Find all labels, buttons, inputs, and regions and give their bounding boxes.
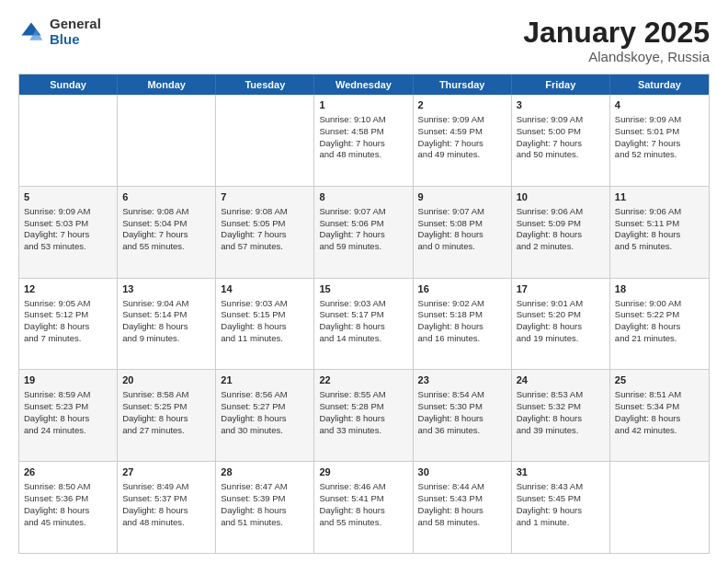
day-info-line: Sunset: 5:43 PM bbox=[418, 493, 506, 505]
day-number: 24 bbox=[517, 373, 605, 387]
day-info-line: Daylight: 8 hours bbox=[615, 321, 704, 333]
day-info-line: Sunrise: 9:05 AM bbox=[24, 298, 112, 310]
day-info-line: Daylight: 8 hours bbox=[418, 229, 506, 241]
day-number: 30 bbox=[418, 465, 506, 479]
day-info-line: Sunrise: 8:44 AM bbox=[418, 481, 506, 493]
calendar-day-cell: 31Sunrise: 8:43 AMSunset: 5:45 PMDayligh… bbox=[512, 462, 610, 553]
calendar-day-cell: 2Sunrise: 9:09 AMSunset: 4:59 PMDaylight… bbox=[414, 95, 512, 186]
day-info-line: Sunset: 5:03 PM bbox=[24, 218, 112, 230]
day-info-line: Sunrise: 8:49 AM bbox=[122, 481, 210, 493]
day-info-line: Daylight: 8 hours bbox=[319, 321, 407, 333]
day-number: 19 bbox=[24, 373, 112, 387]
calendar-day-cell: 9Sunrise: 9:07 AMSunset: 5:08 PMDaylight… bbox=[414, 187, 512, 278]
month-title: January 2025 bbox=[523, 17, 710, 49]
day-info-line: and 2 minutes. bbox=[517, 241, 605, 253]
day-number: 25 bbox=[615, 373, 704, 387]
day-number: 21 bbox=[221, 373, 309, 387]
day-info-line: Sunrise: 9:06 AM bbox=[517, 206, 605, 218]
calendar-row: 1Sunrise: 9:10 AMSunset: 4:58 PMDaylight… bbox=[19, 95, 709, 187]
location: Alandskoye, Russia bbox=[523, 49, 710, 64]
day-info-line: Sunset: 5:39 PM bbox=[221, 493, 309, 505]
day-info-line: and 27 minutes. bbox=[122, 425, 210, 437]
day-info-line: Daylight: 8 hours bbox=[24, 505, 112, 517]
day-number: 12 bbox=[24, 282, 112, 296]
calendar-day-cell: 6Sunrise: 9:08 AMSunset: 5:04 PMDaylight… bbox=[118, 187, 216, 278]
day-info-line: Sunset: 5:36 PM bbox=[24, 493, 112, 505]
day-info-line: and 53 minutes. bbox=[24, 241, 112, 253]
calendar-day-cell: 8Sunrise: 9:07 AMSunset: 5:06 PMDaylight… bbox=[314, 187, 413, 278]
calendar-day-cell: 30Sunrise: 8:44 AMSunset: 5:43 PMDayligh… bbox=[414, 462, 512, 553]
day-number: 20 bbox=[122, 373, 210, 387]
day-info-line: Sunrise: 9:02 AM bbox=[418, 298, 506, 310]
calendar-day-cell: 4Sunrise: 9:09 AMSunset: 5:01 PMDaylight… bbox=[610, 95, 709, 186]
day-info-line: Sunrise: 8:46 AM bbox=[319, 481, 407, 493]
day-info-line: Sunrise: 9:00 AM bbox=[615, 298, 704, 310]
calendar-day-cell: 23Sunrise: 8:54 AMSunset: 5:30 PMDayligh… bbox=[414, 370, 512, 461]
day-info-line: Sunset: 5:25 PM bbox=[122, 401, 210, 413]
calendar-day-cell: 14Sunrise: 9:03 AMSunset: 5:15 PMDayligh… bbox=[216, 279, 314, 370]
weekday-header: Thursday bbox=[414, 75, 512, 95]
day-info-line: Daylight: 8 hours bbox=[221, 321, 309, 333]
logo-blue: Blue bbox=[50, 32, 101, 48]
day-info-line: Sunset: 5:04 PM bbox=[122, 218, 210, 230]
day-info-line: Sunset: 5:00 PM bbox=[517, 126, 605, 138]
calendar-day-cell: 3Sunrise: 9:09 AMSunset: 5:00 PMDaylight… bbox=[512, 95, 610, 186]
day-number: 31 bbox=[517, 465, 605, 479]
day-info-line: Sunrise: 8:59 AM bbox=[24, 389, 112, 401]
logo-text: General Blue bbox=[50, 17, 101, 47]
day-info-line: and 21 minutes. bbox=[615, 333, 704, 345]
day-info-line: and 11 minutes. bbox=[221, 333, 309, 345]
day-info-line: Daylight: 8 hours bbox=[122, 505, 210, 517]
day-info-line: and 48 minutes. bbox=[319, 149, 407, 161]
calendar-day-cell: 13Sunrise: 9:04 AMSunset: 5:14 PMDayligh… bbox=[118, 279, 216, 370]
day-info-line: Daylight: 8 hours bbox=[517, 321, 605, 333]
day-info-line: Sunset: 5:22 PM bbox=[615, 309, 704, 321]
day-info-line: Sunrise: 9:10 AM bbox=[319, 114, 407, 126]
day-number: 3 bbox=[517, 98, 605, 112]
calendar-day-cell: 27Sunrise: 8:49 AMSunset: 5:37 PMDayligh… bbox=[118, 462, 216, 553]
day-info-line: Sunrise: 8:56 AM bbox=[221, 389, 309, 401]
day-info-line: Sunset: 4:59 PM bbox=[418, 126, 506, 138]
day-info-line: Daylight: 8 hours bbox=[24, 413, 112, 425]
day-info-line: Daylight: 7 hours bbox=[221, 229, 309, 241]
empty-cell bbox=[19, 95, 118, 186]
weekday-header: Friday bbox=[512, 75, 610, 95]
day-info-line: Sunset: 5:41 PM bbox=[319, 493, 407, 505]
day-info-line: Sunrise: 9:09 AM bbox=[418, 114, 506, 126]
day-info-line: Sunset: 5:15 PM bbox=[221, 309, 309, 321]
day-number: 23 bbox=[418, 373, 506, 387]
calendar-day-cell: 21Sunrise: 8:56 AMSunset: 5:27 PMDayligh… bbox=[216, 370, 314, 461]
day-info-line: Sunset: 5:20 PM bbox=[517, 309, 605, 321]
day-info-line: and 48 minutes. bbox=[122, 517, 210, 529]
day-info-line: and 55 minutes. bbox=[319, 517, 407, 529]
title-section: January 2025 Alandskoye, Russia bbox=[523, 17, 710, 64]
day-info-line: Daylight: 7 hours bbox=[517, 138, 605, 150]
day-info-line: Sunrise: 9:06 AM bbox=[615, 206, 704, 218]
calendar-row: 12Sunrise: 9:05 AMSunset: 5:12 PMDayligh… bbox=[19, 279, 709, 371]
calendar-row: 5Sunrise: 9:09 AMSunset: 5:03 PMDaylight… bbox=[19, 187, 709, 279]
day-info-line: Sunset: 5:08 PM bbox=[418, 218, 506, 230]
day-info-line: and 9 minutes. bbox=[122, 333, 210, 345]
day-info-line: Sunrise: 8:53 AM bbox=[517, 389, 605, 401]
day-info-line: Sunset: 5:14 PM bbox=[122, 309, 210, 321]
day-info-line: and 39 minutes. bbox=[517, 425, 605, 437]
empty-cell bbox=[610, 462, 709, 553]
day-info-line: Sunrise: 9:08 AM bbox=[221, 206, 309, 218]
day-info-line: and 1 minute. bbox=[517, 517, 605, 529]
day-info-line: Daylight: 8 hours bbox=[418, 505, 506, 517]
day-number: 2 bbox=[418, 98, 506, 112]
calendar-day-cell: 25Sunrise: 8:51 AMSunset: 5:34 PMDayligh… bbox=[610, 370, 709, 461]
day-number: 11 bbox=[615, 190, 704, 204]
day-info-line: and 50 minutes. bbox=[517, 149, 605, 161]
day-number: 26 bbox=[24, 465, 112, 479]
page: General Blue January 2025 Alandskoye, Ru… bbox=[0, 0, 728, 563]
day-info-line: Sunset: 5:27 PM bbox=[221, 401, 309, 413]
header: General Blue January 2025 Alandskoye, Ru… bbox=[18, 17, 710, 64]
calendar-day-cell: 1Sunrise: 9:10 AMSunset: 4:58 PMDaylight… bbox=[314, 95, 413, 186]
day-info-line: and 49 minutes. bbox=[418, 149, 506, 161]
day-info-line: Sunrise: 9:08 AM bbox=[122, 206, 210, 218]
day-info-line: and 30 minutes. bbox=[221, 425, 309, 437]
day-info-line: Sunset: 5:05 PM bbox=[221, 218, 309, 230]
empty-cell bbox=[216, 95, 314, 186]
day-info-line: Sunrise: 8:50 AM bbox=[24, 481, 112, 493]
